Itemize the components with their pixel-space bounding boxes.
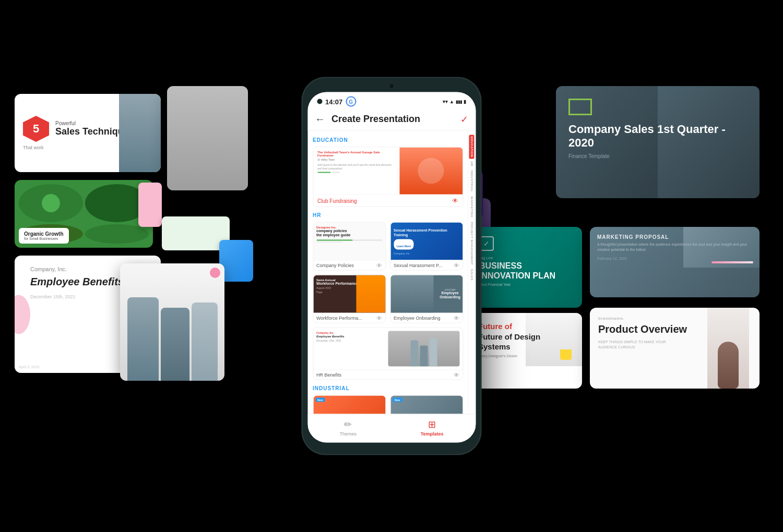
themes-label: Themes (339, 431, 357, 437)
eye-icon-club[interactable]: 👁 (452, 197, 458, 204)
bg-card-product-overview: brandname. Product Overview KEEP THINGS … (590, 308, 760, 389)
company-sales-subtitle: Finance Template (568, 153, 747, 159)
template-industrial-1[interactable]: New Industrial Template (313, 395, 386, 414)
index-industrial[interactable]: INDUSTRIAL (469, 169, 474, 194)
template-name-cp: Company Policies (316, 263, 354, 268)
bg-card-sales-techniques: 5 Powerful Sales Techniques That work (15, 94, 161, 172)
themes-icon[interactable]: ✏ (344, 419, 352, 430)
template-harassment[interactable]: Sexual Harassment Prevention Training Le… (390, 222, 463, 271)
bg-card-people-photo (120, 263, 224, 381)
product-overview-subtitle: KEEP THINGS SIMPLE TO MAKE YOUR AUDIENCE… (598, 340, 682, 350)
bg-card-organic: Organic Growth for Small Businesses (15, 180, 153, 248)
bg-card-team-photo (167, 86, 248, 190)
phone-content-area[interactable]: EDUCATION The Volleyball Team's Annual G… (307, 131, 476, 414)
bg-card-design-systems: Future ofFuture of Design Systems Every … (470, 313, 582, 389)
index-marketing[interactable]: MARKETING (469, 195, 474, 219)
template-hr-benefits[interactable]: Company, Inc. Employee Benefits December… (313, 328, 463, 380)
nav-templates[interactable]: ⊞ Templates (421, 419, 444, 437)
back-button[interactable]: ← (315, 113, 325, 125)
template-industrial-2[interactable]: New Industrial Template (390, 395, 463, 414)
organic-title: Organic Growth (24, 231, 64, 237)
section-industrial: INDUSTRIAL (313, 385, 463, 391)
index-hr[interactable]: HR (469, 160, 474, 168)
template-club-fundraising[interactable]: The Volleyball Team's Annual Garage Sale… (313, 147, 463, 207)
templates-icon[interactable]: ⊞ (428, 419, 436, 430)
template-list[interactable]: EDUCATION The Volleyball Team's Annual G… (307, 131, 467, 414)
bg-card-company-sales: Company Sales 1st Quarter - 2020 Finance… (556, 86, 760, 198)
status-bar: 14:07 G ▾▾ ▲ ▮▮▮ ▮ (307, 92, 476, 109)
camera-punch (317, 99, 322, 104)
design-systems-subtitle: Every Designer's Desire (478, 354, 574, 358)
section-index-bar: EDUCATION HR INDUSTRIAL MARKETING PROJEC… (467, 131, 476, 414)
phone-container: 14:07 G ▾▾ ▲ ▮▮▮ ▮ ← Create Presentation… (302, 77, 482, 455)
phone-screen: 14:07 G ▾▾ ▲ ▮▮▮ ▮ ← Create Presentation… (307, 92, 476, 443)
index-project[interactable]: PROJECT MANAGEMENT (469, 220, 474, 267)
section-education: EDUCATION (313, 137, 463, 143)
app-title: Create Presentation (331, 114, 460, 125)
template-name-ob: Employee Onboarding (394, 316, 441, 321)
template-name-sh: Sexual Harassment P... (394, 263, 442, 268)
status-icons: ▾▾ ▲ ▮▮▮ ▮ (443, 99, 466, 104)
organic-subtitle: for Small Businesses (24, 237, 64, 240)
design-systems-title-red: Future of (478, 322, 512, 331)
bg-pink-rect (138, 183, 162, 227)
eye-icon-ob[interactable]: 👁 (454, 315, 459, 321)
status-time: 14:07 (325, 98, 342, 105)
templates-label: Templates (421, 431, 444, 437)
eye-icon-wf[interactable]: 👁 (376, 315, 382, 321)
template-onboarding[interactable]: yourLogo EmployeeOnboarding Employee Onb… (390, 275, 463, 323)
index-education[interactable]: EDUCATION (469, 135, 474, 159)
bg-card-marketing-proposal: MARKETING PROPOSAL A thoughtful presenta… (590, 227, 760, 297)
bottom-nav: ✏ Themes ⊞ Templates (307, 414, 476, 443)
check-button[interactable]: ✓ (460, 113, 468, 125)
nav-themes[interactable]: ✏ Themes (339, 419, 357, 437)
camera-dot (389, 83, 395, 89)
template-name-hb: HR Benefits (316, 372, 341, 378)
template-name-club: Club Fundraising (317, 198, 357, 203)
eye-icon-cp[interactable]: 👁 (376, 262, 382, 269)
eye-icon-sh[interactable]: 👁 (454, 262, 459, 269)
google-icon: G (346, 96, 356, 107)
company-sales-title: Company Sales 1st Quarter - 2020 (568, 123, 747, 150)
eye-icon-hb[interactable]: 👁 (454, 372, 459, 378)
section-hr: HR (313, 212, 463, 218)
bg-card-biz-innovation: ✓ Tag Line BUSINESS INNOVATION PLAN Next… (470, 227, 582, 308)
template-name-wf: Workforce Performa... (316, 316, 362, 321)
app-bar: ← Create Presentation ✓ (307, 109, 476, 131)
index-sales[interactable]: SALES (469, 268, 474, 283)
template-company-policies[interactable]: Designee Inc. company policiesthe employ… (313, 222, 386, 271)
biz-innovation-subtitle: Next Financial Year (479, 283, 573, 286)
marketing-proposal-title: MARKETING PROPOSAL (597, 234, 752, 240)
hex-number: 5 (23, 116, 49, 142)
template-workforce[interactable]: Semi-Annual Workforce Performance Report… (313, 275, 386, 323)
biz-innovation-title: BUSINESS INNOVATION PLAN (479, 261, 573, 281)
design-systems-title-black: Future of Design Systems (478, 332, 540, 352)
